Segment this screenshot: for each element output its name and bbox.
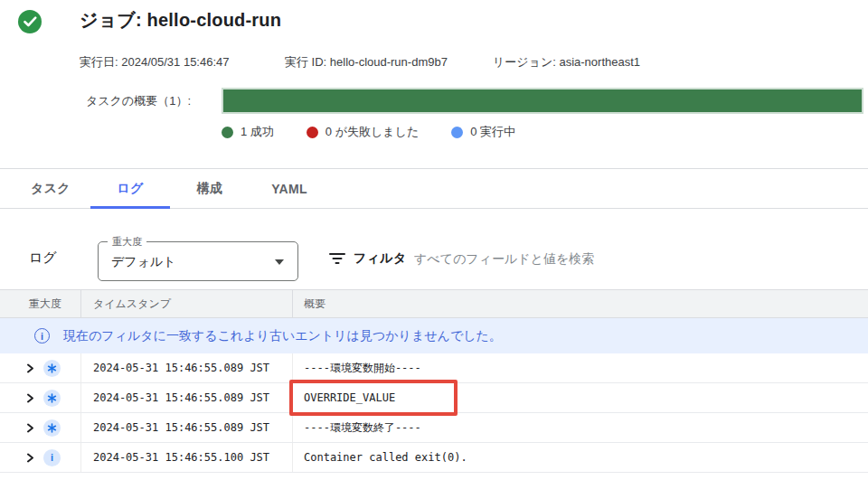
column-header-timestamp: タイムスタンプ xyxy=(81,290,293,317)
task-summary-legend: 1 成功 0 が失敗しました 0 実行中 xyxy=(222,124,515,140)
log-table: 重大度 タイムスタンプ 概要 i 現在のフィルタに一致するこれより古いエントリは… xyxy=(0,289,868,473)
notice-text: 現在のフィルタに一致するこれより古いエントリは見つかりませんでした。 xyxy=(63,328,502,344)
log-timestamp: 2024-05-31 15:46:55.089 JST xyxy=(93,391,269,404)
log-summary: OVERRIDE_VALUE xyxy=(304,391,395,404)
cloud-run-job-page: ジョブ: hello-cloud-run 実行日: 2024/05/31 15:… xyxy=(0,0,868,480)
tab-config[interactable]: 構成 xyxy=(170,169,250,208)
log-search-input[interactable] xyxy=(414,247,776,270)
log-controls: ログ 重大度 デフォルト フィルタ xyxy=(0,209,868,289)
success-dot-icon xyxy=(222,127,233,138)
legend-success: 1 成功 xyxy=(222,124,274,140)
log-timestamp: 2024-05-31 15:46:55.089 JST xyxy=(93,421,269,434)
legend-running: 0 実行中 xyxy=(451,124,515,140)
job-header: ジョブ: hello-cloud-run 実行日: 2024/05/31 15:… xyxy=(0,0,868,168)
tab-tasks[interactable]: タスク xyxy=(11,169,90,208)
legend-running-label: 0 実行中 xyxy=(470,124,515,140)
info-outline-icon: i xyxy=(34,328,50,344)
log-table-header: 重大度 タイムスタンプ 概要 xyxy=(0,289,868,318)
log-summary: ----環境変数終了---- xyxy=(304,420,421,436)
log-row[interactable]: 2024-05-31 15:46:55.089 JST ----環境変数開始--… xyxy=(0,353,868,383)
running-dot-icon xyxy=(451,127,463,138)
chevron-right-icon[interactable] xyxy=(25,453,35,463)
log-section-label: ログ xyxy=(29,249,57,267)
failed-dot-icon xyxy=(307,127,318,138)
run-id: 実行 ID: hello-cloud-run-dm9b7 xyxy=(285,54,448,71)
log-row[interactable]: i 2024-05-31 15:46:55.100 JST Container … xyxy=(0,443,868,473)
legend-failed: 0 が失敗しました xyxy=(307,124,419,140)
log-summary: ----環境変数開始---- xyxy=(304,361,421,376)
severity-default-asterisk-icon xyxy=(43,390,61,407)
severity-dropdown-label: 重大度 xyxy=(108,235,146,249)
task-summary-bar xyxy=(222,88,863,114)
log-row[interactable]: 2024-05-31 15:46:55.089 JST OVERRIDE_VAL… xyxy=(0,383,868,413)
region: リージョン: asia-northeast1 xyxy=(493,54,640,71)
column-header-severity: 重大度 xyxy=(0,290,81,317)
no-older-entries-banner: i 現在のフィルタに一致するこれより古いエントリは見つかりませんでした。 xyxy=(0,318,868,353)
log-timestamp: 2024-05-31 15:46:55.089 JST xyxy=(93,362,269,374)
log-summary: Container called exit(0). xyxy=(304,451,467,464)
log-timestamp: 2024-05-31 15:46:55.100 JST xyxy=(93,451,269,464)
run-date: 実行日: 2024/05/31 15:46:47 xyxy=(80,54,230,71)
severity-info-icon: i xyxy=(43,449,61,466)
severity-dropdown[interactable]: 重大度 デフォルト xyxy=(98,241,298,281)
filter-list-icon xyxy=(329,253,345,265)
filter-label: フィルタ xyxy=(354,250,407,267)
chevron-right-icon[interactable] xyxy=(25,423,35,433)
filter-button[interactable]: フィルタ xyxy=(329,250,407,267)
column-header-summary: 概要 xyxy=(293,290,868,317)
severity-default-asterisk-icon xyxy=(43,360,61,377)
arrow-drop-down-icon xyxy=(275,259,284,265)
check-circle-icon xyxy=(18,10,42,33)
tabs-bar: タスク ログ 構成 YAML xyxy=(0,168,868,209)
task-summary-label: タスクの概要（1）: xyxy=(86,93,191,109)
tab-logs[interactable]: ログ xyxy=(90,169,170,208)
log-row[interactable]: 2024-05-31 15:46:55.089 JST ----環境変数終了--… xyxy=(0,413,868,443)
chevron-right-icon[interactable] xyxy=(25,393,35,403)
legend-failed-label: 0 が失敗しました xyxy=(326,124,419,140)
tab-yaml[interactable]: YAML xyxy=(250,169,329,208)
severity-dropdown-value: デフォルト xyxy=(111,254,176,270)
legend-success-label: 1 成功 xyxy=(241,124,274,140)
severity-default-asterisk-icon xyxy=(43,419,61,437)
page-title: ジョブ: hello-cloud-run xyxy=(80,8,281,33)
chevron-right-icon[interactable] xyxy=(25,363,35,373)
